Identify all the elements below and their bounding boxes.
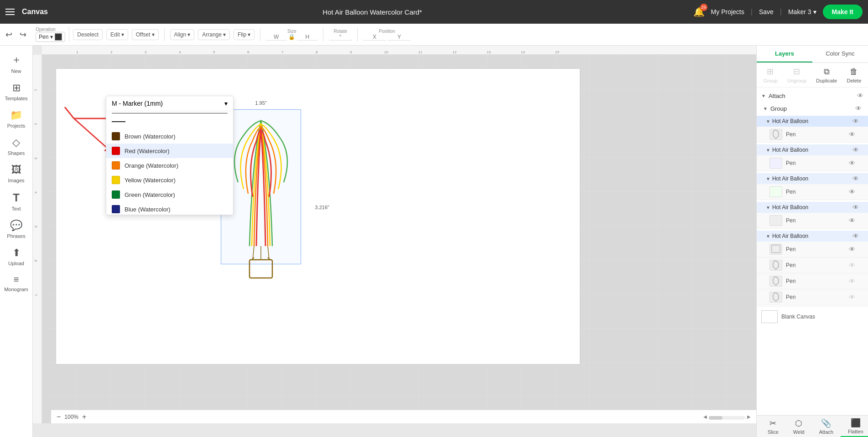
layer-sub-1[interactable]: Pen 👁 [757, 127, 868, 143]
layer-sub-4[interactable]: Pen 👁 [757, 213, 868, 229]
layer-5-2-eye[interactable]: 👁 [849, 278, 855, 285]
sidebar-item-shapes[interactable]: ◇ Shapes [2, 133, 31, 159]
attach-eye-icon[interactable]: 👁 [857, 92, 863, 99]
sidebar-item-upload[interactable]: ⬆ Upload [2, 243, 31, 270]
layer-3-eye[interactable]: 👁 [852, 175, 859, 182]
edit-button[interactable]: Edit ▾ [106, 29, 128, 40]
group-button[interactable]: ⊞ Group [764, 67, 778, 83]
layer-5-3-eye[interactable]: 👁 [849, 293, 855, 301]
sidebar-item-templates[interactable]: ⊞ Templates [2, 78, 31, 105]
sidebar-item-monogram[interactable]: ≡ Monogram [2, 271, 31, 296]
layer-4-eye[interactable]: 👁 [852, 204, 859, 211]
maker-selector[interactable]: Maker 3 ▾ [788, 8, 816, 15]
layer-item-2: ▼ Hot Air Balloon 👁 Pen 👁 [757, 144, 868, 172]
layer-thumb-5-3 [769, 292, 782, 303]
width-input[interactable] [266, 34, 286, 41]
dropdown-item-brown[interactable]: Brown (Watercolor) [106, 129, 233, 144]
position-field: Position [363, 29, 411, 41]
group-eye-icon[interactable]: 👁 [855, 105, 862, 112]
undo-button[interactable]: ↩ [4, 28, 14, 41]
layer-thumb-5-0 [769, 244, 782, 255]
tab-layers[interactable]: Layers [757, 46, 812, 62]
bottom-tools: ✂ Slice ⬡ Weld 📎 Attach ⬛ Flatten ◎ Cont… [757, 415, 868, 437]
layer-sub-1-eye[interactable]: 👁 [849, 131, 855, 138]
layer-1-eye[interactable]: 👁 [852, 118, 859, 125]
layer-5-0-eye[interactable]: 👁 [849, 246, 855, 253]
sidebar-item-text[interactable]: T Text [2, 188, 31, 215]
dropdown-item-red[interactable]: Red (Watercolor) [106, 144, 233, 158]
sidebar-item-images[interactable]: 🖼 Images [2, 160, 31, 187]
offset-button[interactable]: Offset ▾ [132, 29, 159, 40]
align-button[interactable]: Align ▾ [170, 29, 195, 40]
dropdown-item-yellow[interactable]: Yellow (Watercolor) [106, 173, 233, 187]
scroll-thumb[interactable] [709, 416, 745, 420]
balloon-width-label: 1.95" [255, 100, 266, 106]
dropdown-item-orange[interactable]: Orange (Watercolor) [106, 158, 233, 173]
layer-header-3[interactable]: ▼ Hot Air Balloon 👁 [757, 173, 868, 184]
sidebar-item-new[interactable]: ＋ New [2, 49, 31, 77]
layer-2-eye[interactable]: 👁 [852, 146, 859, 154]
sidebar-item-phrases[interactable]: 💬 Phrases [2, 216, 31, 242]
slice-button[interactable]: ✂ Slice [760, 416, 786, 437]
rotate-input[interactable] [329, 34, 352, 41]
delete-button[interactable]: 🗑 Delete [847, 67, 862, 83]
operation-dropdown-panel[interactable]: M - Marker (1mm) ▾ Brown (Watercolor) Re… [106, 96, 234, 215]
my-projects-link[interactable]: My Projects [711, 8, 744, 15]
dropdown-item-line[interactable] [106, 114, 233, 129]
zoom-out-button[interactable]: − [57, 413, 61, 421]
flip-button[interactable]: Flip ▾ [234, 29, 255, 40]
deselect-button[interactable]: Deselect [73, 29, 103, 40]
height-input[interactable] [297, 34, 317, 41]
toolbar: ↩ ↪ Operation Pen ▾ Deselect Edit ▾ Offs… [0, 24, 868, 46]
layer-sub-3-eye[interactable]: 👁 [849, 188, 855, 195]
layer-sub-5-1[interactable]: Pen 👁 [757, 257, 868, 273]
hamburger-menu[interactable] [5, 9, 15, 15]
layer-sub-3[interactable]: Pen 👁 [757, 184, 868, 200]
arrange-button[interactable]: Arrange ▾ [198, 29, 230, 40]
x-input[interactable] [363, 34, 386, 41]
canvas-area[interactable]: 1 2 3 4 5 6 7 8 9 10 11 12 13 14 15 1 2 … [33, 46, 756, 437]
duplicate-icon: ⧉ [824, 67, 830, 77]
layer-sub-5-2[interactable]: Pen 👁 [757, 273, 868, 289]
layer-5-1-eye[interactable]: 👁 [849, 262, 855, 269]
layer-sub-4-eye[interactable]: 👁 [849, 217, 855, 224]
layer-header-2[interactable]: ▼ Hot Air Balloon 👁 [757, 144, 868, 155]
dropdown-item-blue[interactable]: Blue (Watercolor) [106, 202, 233, 215]
layer-header-4[interactable]: ▼ Hot Air Balloon 👁 [757, 202, 868, 213]
group-icon: ⊞ [767, 67, 774, 77]
duplicate-button[interactable]: ⧉ Duplicate [816, 67, 837, 83]
layer-item-4: ▼ Hot Air Balloon 👁 Pen 👁 [757, 201, 868, 230]
tab-color-sync[interactable]: Color Sync [812, 46, 868, 62]
layer-header-1[interactable]: ▼ Hot Air Balloon 👁 [757, 116, 868, 127]
color-swatch-orange [112, 161, 120, 170]
layer-attach-row: ▼ Attach 👁 [757, 89, 868, 102]
redo-button[interactable]: ↪ [18, 28, 28, 41]
layer-sub-2-eye[interactable]: 👁 [849, 159, 855, 167]
layer-sub-2[interactable]: Pen 👁 [757, 155, 868, 171]
sidebar-item-projects[interactable]: 📁 Projects [2, 106, 31, 132]
y-input[interactable] [388, 34, 411, 41]
ungroup-button[interactable]: ⊟ Ungroup [787, 67, 806, 83]
upload-icon: ⬆ [12, 247, 21, 259]
layer-item-3: ▼ Hot Air Balloon 👁 Pen 👁 [757, 172, 868, 201]
save-link[interactable]: Save [759, 8, 774, 15]
weld-button[interactable]: ⬡ Weld [786, 416, 812, 437]
color-swatch-green [112, 190, 120, 199]
make-it-button[interactable]: Make It [823, 5, 863, 19]
notifications-bell[interactable]: 🔔 29 [693, 6, 705, 17]
dropdown-item-green[interactable]: Green (Watercolor) [106, 187, 233, 202]
layer-sub-5-3[interactable]: Pen 👁 [757, 289, 868, 305]
attach-button[interactable]: 📎 Attach [812, 416, 841, 437]
operation-dropdown[interactable]: Pen ▾ [36, 32, 65, 42]
flatten-button[interactable]: ⬛ Flatten [841, 416, 868, 437]
layer-sub-5-0[interactable]: Pen 👁 [757, 242, 868, 257]
new-icon: ＋ [11, 53, 21, 67]
blank-canvas-row: Blank Canvas [757, 306, 868, 327]
slice-icon: ✂ [769, 418, 776, 428]
zoom-in-button[interactable]: + [82, 413, 86, 421]
blank-canvas-thumb [761, 310, 778, 323]
zoom-level: 100% [64, 414, 78, 420]
layer-5-eye[interactable]: 👁 [852, 232, 859, 240]
layer-header-5[interactable]: ▼ Hot Air Balloon 👁 [757, 231, 868, 242]
balloon-height-label: 3.216" [315, 205, 329, 210]
